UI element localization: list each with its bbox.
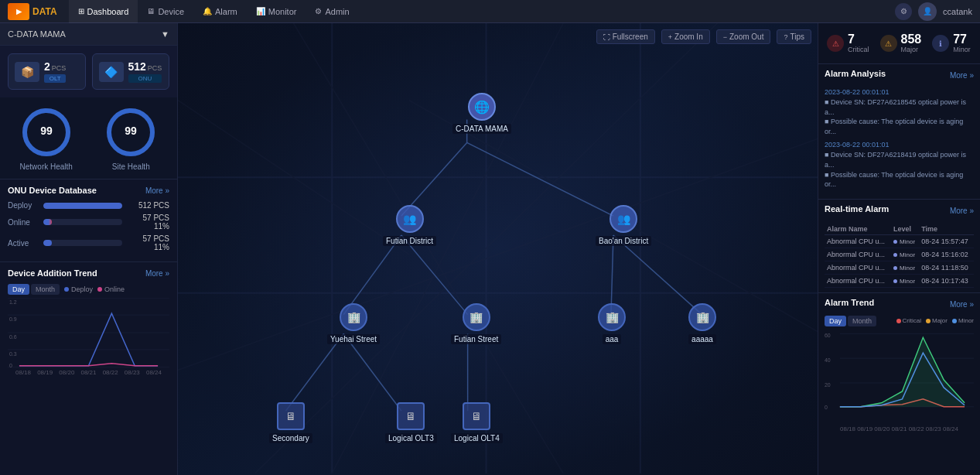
at-x6: 08/23	[926, 425, 941, 432]
map-controls: ⛶ Fullscreen + Zoom In − Zoom Out ? Tips	[596, 29, 811, 44]
site-health-circle: 99	[104, 105, 158, 159]
critical-label: Critical	[848, 46, 869, 53]
logo[interactable]: ▶ DATA	[8, 3, 57, 20]
critical-stat: ⚠ 7 Critical	[823, 29, 873, 57]
alarm-name-1: Abnormal CPU u...	[825, 234, 891, 248]
svg-text:0: 0	[9, 363, 12, 367]
svg-line-25	[332, 23, 563, 473]
btn-day[interactable]: Day	[8, 284, 29, 295]
analysis-line-2b: ■ Possible cause: The optical device is …	[825, 170, 974, 190]
online-val: 57 PCS 11%	[127, 214, 169, 231]
olt-icon: 📦	[15, 62, 39, 82]
top-navigation: ▶ DATA ⊞ Dashboard 🖥 Device 🔔 Alarm 📊 Mo…	[0, 0, 980, 23]
node-yuehai[interactable]: 🏢 Yuehai Street	[327, 303, 380, 344]
major-legend-dot	[926, 319, 930, 323]
minor-legend-r: Minor	[952, 317, 974, 324]
svg-text:0.6: 0.6	[9, 334, 17, 340]
node-aaa[interactable]: 🏢 aaa	[598, 303, 626, 344]
health-circles: 99 Network Health 99 Site Health	[0, 97, 177, 179]
x-label-3: 08/20	[59, 369, 74, 376]
boandistrict-icon: 👥	[610, 205, 637, 233]
trend-chart-container: 1.2 0.9 0.6 0.3 0 08/18 08/19 08/20 08/2…	[8, 298, 169, 383]
network-health-widget: 99 Network Health	[8, 105, 85, 171]
trend-x-labels: 08/18 08/19 08/20 08/21 08/22 08/23 08/2…	[8, 369, 169, 376]
fullscreen-icon: ⛶	[603, 33, 610, 41]
node-aaaaa[interactable]: 🏢 aaaaa	[688, 303, 716, 344]
btn-month[interactable]: Month	[31, 284, 60, 295]
alarm-time-1: 08-24 15:57:47	[919, 234, 974, 248]
node-secondary[interactable]: 🖥 Secondary	[269, 402, 312, 443]
alarm-trend-chart-svg: 60 40 20 0	[825, 330, 974, 422]
realtime-alarm-more[interactable]: More »	[950, 207, 974, 215]
trend-more[interactable]: More »	[145, 269, 169, 278]
nav-monitor[interactable]: 📊 Monitor	[247, 0, 306, 23]
alarm-btn-day[interactable]: Day	[825, 316, 846, 326]
olt-card[interactable]: 📦 2 PCS OLT	[8, 53, 86, 90]
nav-alarm[interactable]: 🔔 Alarm	[193, 0, 247, 23]
site-dropdown-label: C-DATA MAMA	[8, 29, 66, 39]
avatar[interactable]: 👤	[918, 2, 937, 21]
map-area[interactable]: ⛶ Fullscreen + Zoom In − Zoom Out ? Tips…	[178, 23, 818, 475]
critical-legend: Critical	[896, 317, 921, 324]
online-label: Online	[8, 218, 39, 227]
nav-device[interactable]: 🖥 Device	[138, 0, 193, 23]
node-futiandistrict[interactable]: 👥 Futian District	[383, 205, 436, 246]
olt-badge: OLT	[44, 74, 66, 83]
futianstreet-label: Futian Street	[451, 334, 501, 344]
svg-text:1.2: 1.2	[9, 299, 17, 305]
alarm-analysis-section: Alarm Analysis More » 2023-08-22 00:01:0…	[818, 64, 980, 200]
onu-db-more[interactable]: More »	[145, 186, 169, 195]
admin-icon: ⚙	[315, 7, 322, 15]
col-level: Level	[891, 224, 919, 235]
fullscreen-button[interactable]: ⛶ Fullscreen	[596, 29, 655, 44]
trend-title: Device Addition Trend	[8, 268, 97, 278]
alarm-trend-controls: Alarm Trend More »	[825, 298, 974, 311]
network-health-circle: 99	[19, 105, 73, 159]
onu-icon: 🔷	[99, 62, 124, 82]
logicalolt3-icon: 🖥	[397, 402, 425, 430]
olt-pcs: PCS	[52, 64, 67, 72]
secondary-icon: 🖥	[277, 402, 305, 430]
zoom-in-button[interactable]: + Zoom In	[661, 29, 710, 44]
alarm-trend-more[interactable]: More »	[950, 300, 974, 309]
analysis-item-1: 2023-08-22 00:01:01 ■ Device SN: DF27A62…	[825, 88, 974, 136]
onu-card[interactable]: 🔷 512 PCS ONU	[92, 53, 170, 90]
alarm-analysis-more[interactable]: More »	[950, 71, 974, 80]
zoom-out-button[interactable]: − Zoom Out	[716, 29, 771, 44]
onu-pcs: PCS	[148, 64, 162, 72]
analysis-item-2: 2023-08-22 00:01:01 ■ Device SN: DF27A62…	[825, 141, 974, 189]
online-bar	[43, 219, 52, 225]
svg-text:99: 99	[40, 125, 53, 137]
realtime-alarm-title: Real-time Alarm	[825, 204, 889, 214]
major-legend: Major	[926, 317, 948, 324]
online-stat: Online 57 PCS 11%	[8, 214, 169, 231]
node-logicalolt3[interactable]: 🖥 Logical OLT3	[385, 402, 437, 443]
futiandistrict-label: Futian District	[383, 236, 436, 246]
node-cdatamama[interactable]: 🌐 C-DATA MAMA	[452, 93, 511, 134]
olt-info: 2 PCS OLT	[44, 60, 66, 83]
alarm-row-3: Abnormal CPU u... Minor 08-24 11:18:50	[825, 261, 974, 274]
nav-device-label: Device	[158, 7, 184, 16]
right-panel: ⚠ 7 Critical ⚠ 858 Major ℹ 77 Minor	[818, 23, 980, 475]
alarm-trend-section: Alarm Trend More » Day Month Critical Ma…	[818, 293, 980, 475]
node-boandistrict[interactable]: 👥 Bao'an District	[596, 205, 651, 246]
site-dropdown[interactable]: C-DATA MAMA ▼	[0, 23, 177, 46]
nav-dashboard[interactable]: ⊞ Dashboard	[69, 0, 138, 23]
major-info: 858 Major	[901, 33, 922, 53]
aaaaa-icon: 🏢	[688, 303, 716, 331]
alarm-time-4: 08-24 10:17:43	[919, 274, 974, 287]
alarm-level-2: Minor	[891, 248, 919, 261]
site-health-widget: 99 Site Health	[93, 105, 170, 171]
node-futianstreet[interactable]: 🏢 Futian Street	[451, 303, 501, 344]
minor-info: 77 Minor	[953, 33, 971, 53]
nav-admin[interactable]: ⚙ Admin	[306, 0, 358, 23]
alarm-row-1: Abnormal CPU u... Minor 08-24 15:57:47	[825, 234, 974, 248]
settings-icon[interactable]: ⚙	[895, 3, 912, 20]
zoom-out-icon: −	[723, 33, 727, 41]
alarm-btn-month[interactable]: Month	[848, 316, 876, 326]
node-logicalolt4[interactable]: 🖥 Logical OLT4	[451, 402, 503, 443]
aaa-label: aaa	[603, 334, 622, 344]
deploy-bar	[43, 203, 122, 209]
onu-db-title: ONU Device Database	[8, 186, 97, 195]
tips-button[interactable]: ? Tips	[777, 29, 811, 44]
